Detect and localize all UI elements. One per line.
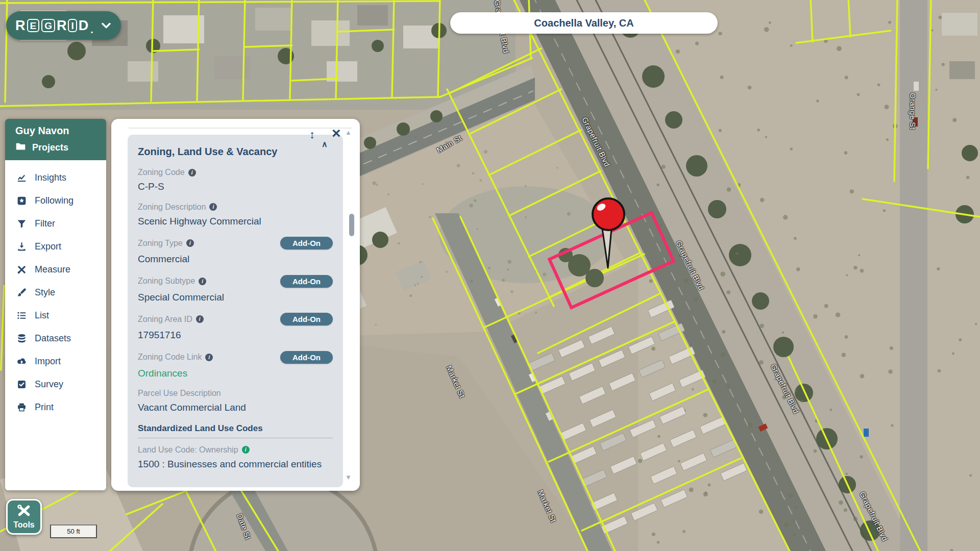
sidebar-item-label: Export (35, 241, 61, 252)
info-icon[interactable]: i (188, 169, 196, 177)
sidebar-item-import[interactable]: Import (5, 350, 106, 373)
chevron-down-icon[interactable] (102, 22, 111, 29)
projects-label: Projects (32, 142, 68, 153)
field-value-link[interactable]: Ordinances (138, 366, 333, 381)
regrid-logo-menu[interactable]: REGRID . (6, 11, 121, 40)
sidebar-item-datasets[interactable]: Datasets (5, 327, 106, 350)
parcel-detail-panel: ↕ ∧ × ▲ ▼ Zoning, Land Use & Vacancy Zon… (111, 119, 360, 491)
addon-badge[interactable]: Add-On (280, 351, 333, 364)
field-value: 1500 : Businesses and commercial entitie… (138, 457, 333, 471)
sidebar-item-following[interactable]: Following (5, 189, 106, 212)
map-scale-bar: 50 ft (50, 524, 97, 538)
info-icon[interactable]: i (196, 315, 204, 323)
tools-button[interactable]: Tools (6, 499, 42, 535)
sidebar-header: Guy Navon Projects (5, 119, 106, 160)
scroll-up-arrow-icon[interactable]: ▲ (345, 129, 352, 136)
info-icon[interactable]: i (209, 203, 217, 211)
close-icon[interactable]: × (332, 126, 341, 141)
section-header: Standardized Land Use Codes (138, 423, 333, 434)
logo-letter: I (68, 19, 77, 32)
field-row: Zoning TypeiAdd-OnCommercial (138, 237, 333, 266)
sidebar-item-export[interactable]: Export (5, 235, 106, 258)
following-icon (16, 195, 27, 206)
sidebar-item-filter[interactable]: Filter (5, 212, 106, 235)
sidebar-item-label: Filter (35, 218, 55, 229)
sidebar-item-measure[interactable]: Measure (5, 258, 106, 281)
regrid-logo: REGRID (15, 19, 88, 33)
logo-letter: R (15, 19, 26, 33)
measure-icon (16, 264, 27, 275)
export-icon (16, 241, 27, 252)
sidebar-item-label: Import (35, 356, 61, 367)
scroll-down-arrow-icon[interactable]: ▼ (345, 473, 352, 481)
sidebar-item-style[interactable]: Style (5, 281, 106, 304)
sidebar-item-survey[interactable]: Survey (5, 373, 106, 396)
logo-letter: E (27, 19, 40, 32)
info-icon[interactable]: i (199, 278, 206, 285)
street-label: Orange St (909, 93, 917, 130)
datasets-icon (16, 333, 27, 344)
regrid-app: Grapefruit BlvdMain StGrapefruit BlvdGra… (0, 0, 980, 551)
field-label: Zoning Area ID (138, 315, 192, 324)
logo-letter: D (79, 19, 89, 33)
field-row: Zoning Area IDiAdd-On17951716 (138, 313, 333, 342)
field-row: Zoning SubtypeiAdd-OnSpecial Commercial (138, 275, 333, 305)
list-icon (16, 310, 27, 321)
panel-collapse-icon[interactable]: ∧ (322, 140, 328, 148)
info-icon[interactable]: i (205, 354, 213, 361)
field-value: Scenic Highway Commercial (138, 214, 333, 229)
sidebar-item-label: Datasets (35, 333, 71, 344)
sidebar-item-label: Print (35, 402, 54, 413)
print-icon (16, 402, 27, 413)
field-label: Parcel Use Description (138, 389, 221, 398)
field-row: Zoning DescriptioniScenic Highway Commer… (138, 203, 333, 229)
sidebar-item-label: List (35, 310, 49, 321)
info-icon[interactable]: i (242, 446, 250, 454)
field-row: Parcel Use DescriptionVacant Commercial … (138, 389, 333, 415)
survey-icon (16, 379, 27, 390)
insights-icon (16, 172, 27, 183)
import-icon (16, 356, 27, 367)
panel-divider (129, 128, 352, 129)
tools-icon (16, 504, 32, 519)
field-label: Zoning Code (138, 168, 185, 177)
location-search-pill[interactable]: Coachella Valley, CA (450, 12, 718, 34)
sidebar-item-label: Style (35, 287, 55, 298)
scale-label: 50 ft (67, 528, 80, 535)
panel-title: Zoning, Land Use & Vacancy (138, 146, 333, 158)
addon-badge[interactable]: Add-On (280, 275, 333, 288)
field-value: Vacant Commercial Land (138, 400, 333, 415)
location-label: Coachella Valley, CA (534, 17, 633, 29)
field-row: Zoning CodeiC-P-S (138, 168, 333, 194)
field-label: Zoning Code Link (138, 353, 202, 362)
field-label: Zoning Description (138, 203, 206, 212)
sidebar-item-label: Following (35, 195, 74, 206)
field-row: Land Use Code: Ownershipi1500 : Business… (138, 445, 333, 471)
panel-resize-icon[interactable]: ↕ (309, 129, 315, 140)
sidebar-item-print[interactable]: Print (5, 396, 106, 419)
section-divider (138, 438, 333, 438)
sidebar-item-label: Measure (35, 264, 70, 275)
field-value: Commercial (138, 252, 333, 266)
sidebar-item-label: Insights (35, 172, 66, 183)
addon-badge[interactable]: Add-On (280, 313, 333, 325)
filter-icon (16, 218, 27, 229)
scrollbar-thumb[interactable] (349, 214, 354, 236)
info-icon[interactable]: i (186, 239, 194, 247)
sidebar-item-list[interactable]: List (5, 304, 106, 327)
sidebar-item-label: Survey (35, 379, 63, 390)
tools-label: Tools (13, 520, 34, 530)
addon-badge[interactable]: Add-On (280, 237, 333, 249)
sidebar: Guy Navon Projects InsightsFollowingFilt… (5, 119, 106, 490)
sidebar-item-insights[interactable]: Insights (5, 166, 106, 189)
field-value: C-P-S (138, 180, 333, 194)
style-icon (16, 287, 27, 298)
field-label: Land Use Code: Ownership (138, 445, 238, 455)
user-name: Guy Navon (15, 125, 106, 137)
logo-letter: R (57, 19, 67, 33)
field-label: Zoning Type (138, 239, 183, 248)
field-value: 17951716 (138, 328, 333, 342)
sidebar-item-projects[interactable]: Projects (15, 141, 106, 154)
zoning-section: Zoning, Land Use & Vacancy Zoning CodeiC… (128, 135, 343, 487)
field-row: Zoning Code LinkiAdd-OnOrdinances (138, 351, 333, 381)
